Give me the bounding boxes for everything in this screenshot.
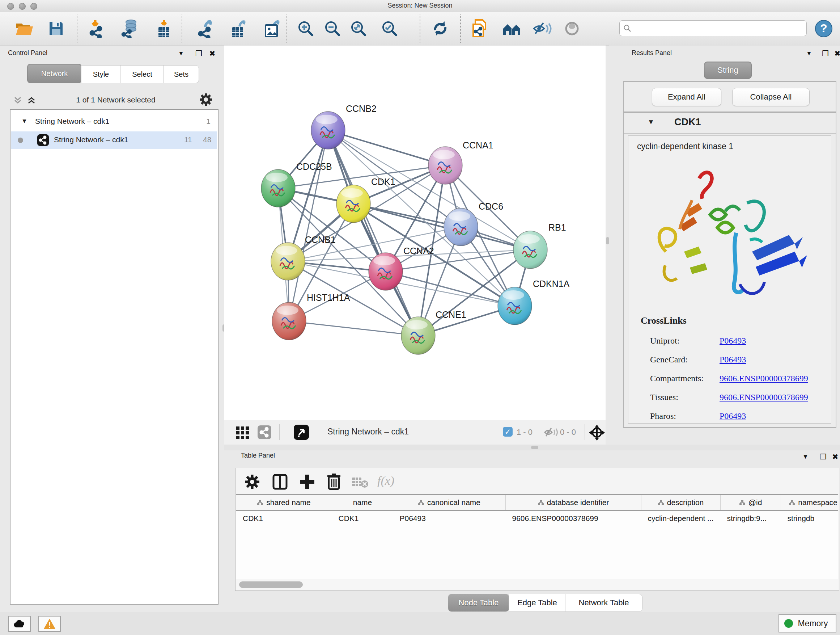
zoom-selected-button[interactable]: [379, 17, 400, 40]
node-gloss: [406, 320, 428, 329]
help-button[interactable]: ?: [813, 17, 834, 40]
cdk1-section-header[interactable]: ▼ CDK1: [624, 113, 836, 134]
tab-select[interactable]: Select: [120, 65, 164, 83]
expand-all-networks-icon[interactable]: [27, 96, 36, 106]
network-edge[interactable]: [289, 321, 418, 336]
collapse-all-button[interactable]: Collapse All: [732, 88, 810, 106]
refresh-button[interactable]: [430, 17, 451, 40]
zoom-out-button[interactable]: [322, 17, 343, 40]
show-columns-icon[interactable]: [272, 474, 287, 491]
network-share-view-icon[interactable]: [257, 425, 271, 439]
column-header-description[interactable]: description: [641, 494, 721, 510]
column-header-namespace[interactable]: namespace: [781, 494, 838, 510]
tab-style[interactable]: Style: [81, 65, 121, 83]
zoom-in-button[interactable]: [295, 17, 316, 40]
import-table-button[interactable]: [153, 17, 174, 40]
network-options-gear-icon[interactable]: [200, 93, 212, 107]
column-header-name[interactable]: name: [332, 494, 393, 510]
import-database-button[interactable]: [119, 17, 141, 40]
network-tree-root-row[interactable]: ▼ String Network – cdk1 1: [11, 115, 218, 131]
add-column-icon[interactable]: [299, 474, 315, 491]
grid-view-icon[interactable]: [236, 425, 249, 440]
clone-network-button[interactable]: [469, 17, 490, 40]
table-cell[interactable]: 9606.ENSP00000378699: [506, 510, 641, 526]
export-network-button[interactable]: [195, 17, 216, 40]
tab-network[interactable]: Network: [27, 64, 82, 83]
memory-label: Memory: [798, 619, 828, 629]
hscrollbar-thumb[interactable]: [239, 581, 303, 588]
network-canvas[interactable]: CCNB2CCNA1CDC25BCDK1CDC6RB1CCNB1CCNA2CDK…: [224, 46, 606, 420]
column-header-canonical-name[interactable]: canonical name: [393, 494, 506, 510]
column-header-database-identifier[interactable]: database identifier: [506, 494, 641, 510]
tree-expand-icon[interactable]: ▼: [21, 118, 27, 125]
results-panel-float-icon[interactable]: ❒: [822, 49, 829, 58]
detach-view-icon[interactable]: [294, 424, 309, 440]
uniprot-link[interactable]: P06493: [720, 331, 808, 350]
results-panel: Results Panel ▼ ❒ ✖ String Expand All Co…: [609, 46, 840, 445]
node-gloss: [448, 211, 470, 221]
table-cell[interactable]: CDK1: [236, 510, 332, 526]
fit-content-crosshair-icon[interactable]: [588, 424, 606, 443]
tab-edge-table[interactable]: Edge Table: [508, 594, 566, 612]
table-panel-float-icon[interactable]: ❒: [820, 453, 827, 461]
node-gloss: [433, 150, 455, 159]
network-tree-selected-row[interactable]: String Network – cdk1 11 48: [11, 131, 217, 149]
import-network-button[interactable]: [86, 17, 107, 40]
section-collapse-icon[interactable]: ▼: [647, 118, 654, 126]
tab-string-label: String: [717, 65, 738, 75]
table-panel-menu-icon[interactable]: ▼: [802, 453, 808, 461]
splitter-handle[interactable]: [531, 446, 538, 449]
table-hscrollbar[interactable]: [236, 579, 838, 590]
column-header-shared-name[interactable]: shared name: [236, 494, 332, 510]
right-splitter-handle[interactable]: [606, 237, 609, 244]
search-field[interactable]: [619, 20, 807, 36]
string-home-button[interactable]: [501, 17, 523, 40]
tab-sets[interactable]: Sets: [164, 65, 199, 83]
export-table-button[interactable]: [229, 17, 249, 40]
table-row[interactable]: CDK1CDK1P064939606.ENSP00000378699cyclin…: [236, 510, 838, 526]
node-gloss: [341, 188, 363, 198]
column-header--id[interactable]: @id: [721, 494, 781, 510]
table-panel-close-icon[interactable]: ✖: [832, 453, 838, 461]
warning-status-button[interactable]: [38, 616, 61, 632]
save-session-button[interactable]: [46, 17, 66, 40]
compartments-link[interactable]: 9606.ENSP00000378699: [720, 369, 808, 388]
cloud-status-button[interactable]: [8, 616, 31, 632]
network-edge[interactable]: [328, 130, 445, 165]
tissues-link[interactable]: 9606.ENSP00000378699: [720, 388, 808, 407]
delete-column-trash-icon[interactable]: [327, 473, 341, 491]
open-session-button[interactable]: [14, 17, 35, 40]
memory-button[interactable]: Memory: [778, 614, 836, 632]
zoom-fit-button[interactable]: [348, 17, 369, 40]
column-header-label: canonical name: [427, 498, 480, 507]
render-eye-button[interactable]: [561, 17, 583, 40]
results-panel-menu-icon[interactable]: ▼: [806, 50, 812, 57]
tab-network-table[interactable]: Network Table: [565, 594, 643, 612]
pharos-link[interactable]: P06493: [720, 407, 808, 425]
hide-glass-button[interactable]: [532, 17, 553, 40]
control-panel-float-icon[interactable]: ❒: [195, 49, 202, 58]
tab-string[interactable]: String: [704, 62, 752, 79]
selected-checkbox[interactable]: ✓: [503, 427, 513, 437]
export-image-button[interactable]: [262, 17, 283, 40]
table-cell[interactable]: cyclin-dependent ...: [641, 510, 721, 526]
genecard-link[interactable]: P06493: [720, 350, 808, 369]
results-panel-close-icon[interactable]: ✖: [834, 49, 840, 58]
table-cell[interactable]: stringdb:9...: [721, 510, 781, 526]
collapse-all-networks-icon[interactable]: [13, 96, 22, 106]
search-input[interactable]: [634, 24, 795, 33]
node-label-cdk1: CDK1: [371, 177, 395, 187]
table-settings-gear-icon[interactable]: [245, 475, 259, 491]
control-panel-menu-icon[interactable]: ▼: [178, 50, 184, 57]
toolbar-divider: [279, 424, 279, 440]
control-panel-close-icon[interactable]: ✖: [209, 49, 216, 58]
node-label-ccna2: CCNA2: [403, 246, 434, 256]
save-icon: [48, 21, 64, 36]
table-cell[interactable]: CDK1: [332, 510, 393, 526]
network-edge[interactable]: [328, 130, 418, 336]
window-title: Session: New Session: [0, 2, 840, 10]
table-cell[interactable]: stringdb: [781, 510, 838, 526]
expand-all-button[interactable]: Expand All: [652, 88, 722, 106]
tab-node-table[interactable]: Node Table: [448, 594, 509, 612]
table-cell[interactable]: P06493: [393, 510, 506, 526]
